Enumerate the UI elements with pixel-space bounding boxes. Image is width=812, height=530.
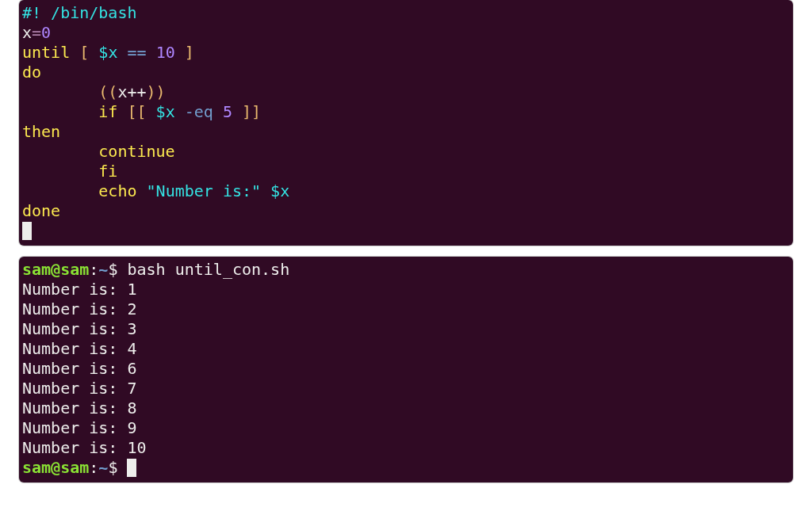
terminal-content[interactable]: sam@sam:~$ bash until_con.sh Number is: … bbox=[19, 260, 793, 478]
code-token: )) bbox=[147, 82, 166, 101]
code-line: until [ $x == 10 ] bbox=[22, 43, 194, 62]
shell-output-line: Number is: 10 bbox=[22, 438, 147, 457]
code-token: $x bbox=[270, 181, 289, 200]
prompt-userhost: sam@sam bbox=[22, 260, 89, 279]
code-token bbox=[70, 43, 79, 62]
code-token: $x bbox=[156, 102, 175, 121]
prompt-line-1: sam@sam:~$ bash until_con.sh bbox=[22, 260, 289, 279]
prompt-sep: : bbox=[89, 260, 98, 279]
code-token: x bbox=[22, 23, 32, 42]
code-line: #! /bin/bash bbox=[22, 3, 137, 22]
code-token: continue bbox=[98, 142, 174, 161]
shell-output-line: Number is: 2 bbox=[22, 299, 137, 318]
code-token: 0 bbox=[41, 23, 51, 42]
code-token: x++ bbox=[117, 82, 146, 101]
code-token bbox=[213, 102, 223, 121]
code-token: = bbox=[32, 23, 41, 42]
code-token: #! /bin/bash bbox=[22, 3, 137, 22]
code-token bbox=[22, 82, 98, 101]
code-line: do bbox=[22, 63, 41, 82]
editor-content: #! /bin/bash x=0 until [ $x == 10 ] do (… bbox=[19, 3, 793, 241]
code-token: if bbox=[98, 102, 117, 121]
code-token: until bbox=[22, 43, 70, 62]
terminal-panel[interactable]: sam@sam:~$ bash until_con.sh Number is: … bbox=[19, 257, 793, 482]
code-token bbox=[117, 43, 127, 62]
code-token: "Number is:" bbox=[147, 181, 262, 200]
panel-separator bbox=[0, 246, 812, 257]
code-line: if [[ $x -eq 5 ]] bbox=[22, 102, 261, 121]
shell-output-line: Number is: 4 bbox=[22, 339, 137, 358]
editor-cursor bbox=[22, 222, 32, 240]
code-token bbox=[261, 181, 270, 200]
code-token: then bbox=[22, 122, 60, 141]
code-token: (( bbox=[98, 82, 117, 101]
shell-output-line: Number is: 3 bbox=[22, 319, 137, 338]
code-token: echo bbox=[98, 181, 136, 200]
code-token: [ bbox=[79, 43, 98, 62]
shell-command: bash until_con.sh bbox=[127, 260, 289, 279]
page-root: #! /bin/bash x=0 until [ $x == 10 ] do (… bbox=[0, 0, 812, 530]
prompt-sep: : bbox=[89, 458, 98, 477]
shell-output-line: Number is: 9 bbox=[22, 418, 137, 437]
shell-output-line: Number is: 8 bbox=[22, 398, 137, 418]
code-token bbox=[117, 102, 127, 121]
code-token: ] bbox=[175, 43, 194, 62]
shell-output: Number is: 1 Number is: 2 Number is: 3 N… bbox=[22, 280, 147, 457]
code-token bbox=[22, 162, 98, 181]
code-token: 10 bbox=[156, 43, 175, 62]
code-token: [[ bbox=[127, 102, 155, 121]
code-token bbox=[137, 181, 147, 200]
prompt-path: ~ bbox=[98, 260, 108, 279]
code-token: == bbox=[128, 43, 147, 62]
code-token: 5 bbox=[223, 102, 232, 121]
code-token: done bbox=[22, 201, 60, 220]
code-line: echo "Number is:" $x bbox=[22, 181, 289, 200]
prompt-path: ~ bbox=[98, 458, 108, 477]
code-line: ((x++)) bbox=[22, 82, 166, 101]
code-line: done bbox=[22, 201, 60, 220]
prompt-dollar: $ bbox=[108, 260, 117, 279]
editor-panel[interactable]: #! /bin/bash x=0 until [ $x == 10 ] do (… bbox=[19, 0, 793, 246]
terminal-cursor bbox=[127, 459, 136, 477]
code-token bbox=[22, 181, 98, 200]
code-line: continue bbox=[22, 142, 175, 161]
code-token bbox=[22, 102, 98, 121]
code-token: -eq bbox=[185, 102, 213, 121]
prompt-dollar: $ bbox=[108, 458, 117, 477]
code-token: fi bbox=[98, 162, 117, 181]
shell-output-line: Number is: 6 bbox=[22, 359, 137, 378]
code-token: $x bbox=[98, 43, 117, 62]
shell-output-line: Number is: 7 bbox=[22, 379, 137, 398]
shell-output-line: Number is: 1 bbox=[22, 280, 137, 299]
prompt-line-2[interactable]: sam@sam:~$ bbox=[22, 458, 136, 477]
code-token bbox=[175, 102, 185, 121]
code-token: ]] bbox=[232, 102, 261, 121]
code-lines: #! /bin/bash x=0 until [ $x == 10 ] do (… bbox=[22, 3, 289, 220]
code-token: do bbox=[22, 63, 41, 82]
code-line: x=0 bbox=[22, 23, 51, 42]
code-token bbox=[147, 43, 156, 62]
code-token bbox=[22, 142, 98, 161]
prompt-userhost: sam@sam bbox=[22, 458, 89, 477]
code-line: then bbox=[22, 122, 60, 141]
code-line: fi bbox=[22, 162, 117, 181]
